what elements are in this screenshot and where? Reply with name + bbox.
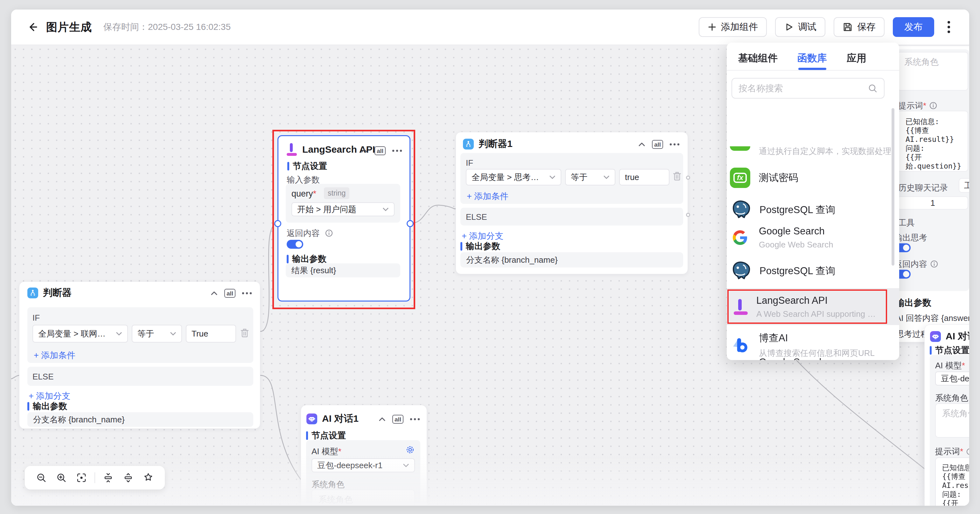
run-all-icon[interactable]: all — [392, 415, 404, 424]
zoom-out-icon[interactable] — [34, 471, 48, 485]
condition-operator-select[interactable]: 等于 — [565, 169, 616, 186]
list-item[interactable]: Google SearchGoogle Web Search — [727, 357, 899, 360]
publish-button[interactable]: 发布 — [893, 17, 934, 37]
info-icon — [931, 260, 938, 270]
node-more-icon[interactable] — [392, 149, 402, 152]
postgresql-icon — [730, 260, 751, 282]
model-label: AI 模型 — [312, 447, 338, 456]
list-item[interactable]: fx 测试密码 — [727, 168, 899, 188]
system-role-textarea[interactable] — [897, 52, 968, 90]
debug-button[interactable]: 调试 — [775, 17, 826, 37]
node-langsearch[interactable]: LangSearch API all 节点设置 输入参数 query* stri… — [277, 135, 410, 301]
condition-variable-select[interactable]: 全局变量 > 思考过程 — [466, 169, 561, 186]
node-more-icon[interactable] — [669, 143, 680, 146]
collapse-icon[interactable] — [210, 289, 218, 297]
model-select[interactable]: 豆包-deepseek-r1 — [935, 371, 969, 386]
delete-condition-icon[interactable] — [673, 171, 681, 182]
return-content-toggle[interactable] — [287, 240, 303, 249]
param-type-badge: string — [324, 187, 349, 199]
header: 图片生成 保存时间：2025-03-25 16:02:35 添加组件 调试 保存… — [11, 10, 969, 45]
if-label: IF — [466, 158, 473, 168]
history-label: 历史聊天记录 — [898, 182, 948, 194]
output-port[interactable] — [407, 220, 414, 227]
more-menu-icon[interactable] — [942, 17, 955, 37]
save-button[interactable]: 保存 — [834, 17, 885, 37]
collapse-icon[interactable] — [638, 140, 646, 149]
zoom-in-icon[interactable] — [54, 471, 68, 485]
info-icon — [966, 447, 969, 457]
chevron-down-icon — [170, 332, 176, 336]
list-item[interactable]: PostgreSQL 查询 — [727, 260, 899, 282]
bocha-ai-icon — [730, 336, 750, 354]
node-title: AI 对话1 — [322, 412, 359, 425]
collapse-icon[interactable] — [360, 147, 369, 155]
edge-judge-to-langsearch — [260, 223, 277, 332]
run-all-icon[interactable]: all — [224, 289, 235, 298]
tab-function-library[interactable]: 函数库 — [797, 52, 827, 70]
prompt-box[interactable]: 已知信息: {{博查AI.result}} 问题: {{开始.question}… — [897, 111, 968, 172]
else-label: ELSE — [466, 212, 487, 222]
settings-section: 节点设置 — [935, 344, 969, 356]
edge-langsearch-to-judge1 — [410, 205, 456, 223]
output-thinking: 思考过程 — [896, 328, 929, 340]
add-branch-link[interactable]: + 添加分支 — [462, 230, 503, 242]
model-settings-gear-icon[interactable] — [406, 445, 415, 455]
collapse-icon[interactable] — [378, 415, 386, 424]
node-ai-chat2[interactable]: AI 对话2 节点设置 AI 模型* 豆包-deepseek-r1 系统角色 提… — [924, 324, 969, 506]
chevron-down-icon — [603, 175, 609, 179]
node-more-icon[interactable] — [242, 292, 252, 295]
system-role-textarea[interactable] — [312, 490, 415, 506]
add-condition-link[interactable]: + 添加条件 — [34, 349, 75, 361]
fit-view-icon[interactable] — [75, 471, 89, 485]
output-answer: AI 回答内容 {answer} — [896, 313, 969, 324]
node-ai-chat1[interactable]: AI 对话1 all 节点设置 AI 模型* 豆包-deepseek-r1 系统… — [301, 405, 427, 506]
list-item[interactable]: PostgreSQL 查询 — [727, 199, 899, 221]
add-condition-link[interactable]: + 添加条件 — [467, 190, 509, 202]
return-content-label: 返回内容 — [287, 228, 320, 238]
system-role-textarea[interactable] — [935, 403, 969, 438]
magic-star-icon[interactable] — [141, 471, 155, 485]
list-item-partial[interactable]: 通过执行自定义脚本，实现数据处理 — [727, 144, 899, 157]
list-item[interactable]: 博查AI从博查搜索任何信息和网页URL — [727, 332, 899, 359]
tab-apps[interactable]: 应用 — [847, 52, 866, 70]
judge-node-icon — [27, 287, 38, 298]
info-icon — [929, 102, 937, 111]
list-item[interactable]: Google SearchGoogle Web Search — [727, 225, 899, 250]
history-count-input[interactable]: 1 — [897, 196, 968, 209]
add-branch-link[interactable]: + 添加分支 — [29, 390, 70, 402]
output-param: 结果 {result} — [286, 263, 400, 278]
if-label: IF — [32, 313, 40, 323]
plus-icon — [708, 22, 716, 32]
model-select[interactable]: 豆包-deepseek-r1 — [312, 458, 415, 472]
expand-all-icon[interactable] — [121, 471, 135, 485]
fx-icon: fx — [730, 168, 750, 188]
search-icon — [868, 84, 878, 93]
settings-section: 节点设置 — [293, 160, 327, 172]
palette-scrollbar[interactable] — [891, 108, 894, 266]
collapse-all-icon[interactable] — [101, 471, 115, 485]
script-icon — [730, 144, 750, 151]
condition-variable-select[interactable]: 全局变量 > 联网查询 — [32, 325, 128, 343]
run-all-icon[interactable]: all — [374, 146, 386, 155]
system-role-label: 系统角色 — [935, 392, 968, 404]
list-item-langsearch[interactable]: LangSearch APIA Web Search API supportin… — [727, 295, 899, 319]
node-judge1[interactable]: 判断器1 all IF 全局变量 > 思考过程 等于 + 添加条件 ELSE — [456, 132, 688, 274]
tab-basic-components[interactable]: 基础组件 — [738, 52, 778, 70]
add-component-button[interactable]: 添加组件 — [699, 17, 767, 37]
branch-port-if[interactable] — [686, 176, 690, 180]
param-value-select[interactable]: 开始 > 用户问题 — [291, 202, 395, 216]
output-param: 分支名称 {branch_name} — [27, 412, 253, 427]
run-all-icon[interactable]: all — [652, 140, 663, 149]
delete-condition-icon[interactable] — [240, 328, 249, 339]
node-judge[interactable]: 判断器 all IF 全局变量 > 联网查询 等于 + 添加条件 ELSE — [19, 281, 260, 429]
node-more-icon[interactable] — [409, 417, 420, 421]
condition-value-input[interactable] — [186, 325, 236, 343]
branch-port-else[interactable] — [686, 213, 690, 217]
input-port[interactable] — [274, 220, 281, 227]
condition-operator-select[interactable]: 等于 — [132, 325, 182, 343]
history-unit-button[interactable]: 工 — [959, 178, 969, 193]
condition-value-input[interactable] — [619, 169, 670, 186]
prompt-box[interactable]: 已知信息: {{博查AI.result}} 问题: {{开始.question}… — [935, 457, 969, 506]
judge-node-icon — [463, 139, 474, 149]
back-icon[interactable] — [26, 21, 39, 33]
